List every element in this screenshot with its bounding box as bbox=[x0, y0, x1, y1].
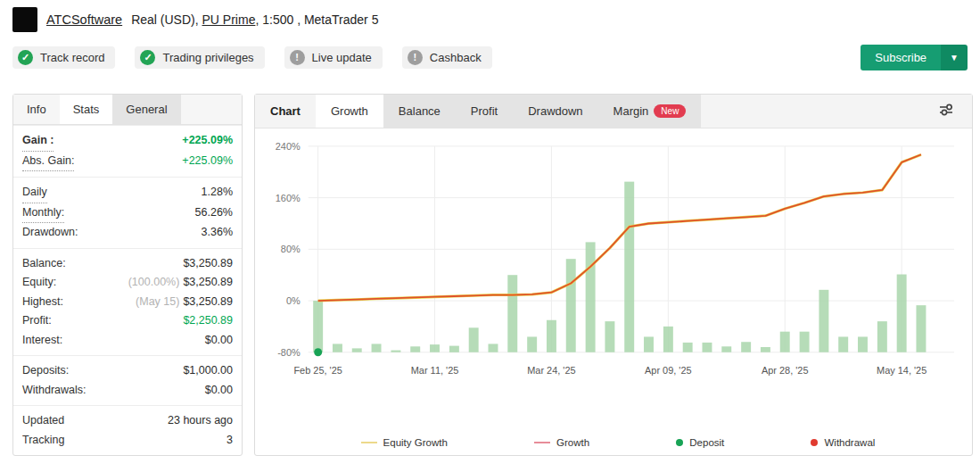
badge-cashback[interactable]: ! Cashback bbox=[402, 46, 492, 69]
tab-margin[interactable]: MarginNew bbox=[598, 95, 702, 128]
updated-value: 23 hours ago bbox=[168, 411, 233, 431]
growth-chart-area[interactable]: 240%160%80%0%-80%Feb 25, '25Mar 11, '25M… bbox=[255, 128, 972, 435]
withdrawals-value: $0.00 bbox=[205, 381, 233, 401]
balance-value: $3,250.89 bbox=[183, 254, 233, 274]
broker-link[interactable]: PU Prime bbox=[202, 12, 256, 27]
badge-label: Track record bbox=[40, 51, 104, 64]
stat-row-balance: Balance: $3,250.89 bbox=[22, 254, 233, 274]
stat-row-highest: Highest: (May 15)$3,250.89 bbox=[22, 293, 233, 312]
account-name-link[interactable]: ATCSoftware bbox=[46, 12, 122, 27]
tab-growth[interactable]: Growth bbox=[316, 95, 383, 128]
stat-row-drawdown: Drawdown: 3.36% bbox=[22, 223, 233, 243]
badge-label: Trading privileges bbox=[162, 51, 253, 64]
chart-tabs: Chart Growth Balance Profit Drawdown Mar… bbox=[255, 95, 972, 128]
deposits-section: Deposits: $1,000.00 Withdrawals: $0.00 bbox=[13, 355, 242, 405]
legend-label: Deposit bbox=[689, 437, 724, 448]
stat-row-withdrawals: Withdrawals: $0.00 bbox=[22, 381, 233, 401]
stat-row-tracking: Tracking 3 bbox=[22, 431, 233, 451]
deposits-value: $1,000.00 bbox=[183, 361, 233, 381]
account-meta: Real (USD), PU Prime, 1:500 , MetaTrader… bbox=[131, 12, 378, 27]
growth-chart: 240%160%80%0%-80%Feb 25, '25Mar 11, '25M… bbox=[257, 134, 967, 393]
tracking-label: Tracking bbox=[22, 431, 64, 451]
account-page: ATCSoftware Real (USD), PU Prime, 1:500 … bbox=[0, 0, 980, 472]
interest-label: Interest: bbox=[22, 331, 62, 351]
header: ATCSoftware Real (USD), PU Prime, 1:500 … bbox=[0, 0, 980, 70]
badge-track-record[interactable]: ✓ Track record bbox=[12, 46, 115, 69]
chart-legend: Equity GrowthGrowthDepositWithdrawal bbox=[255, 435, 972, 455]
svg-text:Mar 24, '25: Mar 24, '25 bbox=[527, 365, 575, 376]
account-leverage-platform: , 1:500 , MetaTrader 5 bbox=[255, 12, 378, 27]
legend-item-withdrawal[interactable]: Withdrawal bbox=[811, 437, 875, 448]
ratio-section: Daily 1.28% Monthly: 56.26% Drawdown: 3.… bbox=[13, 177, 242, 248]
svg-text:160%: 160% bbox=[276, 193, 301, 203]
stat-row-daily: Daily 1.28% bbox=[22, 183, 233, 203]
equity-value: $3,250.89 bbox=[183, 276, 233, 288]
deposits-label: Deposits: bbox=[22, 361, 69, 381]
svg-text:Apr 28, '25: Apr 28, '25 bbox=[762, 365, 809, 376]
svg-text:Mar 11, '25: Mar 11, '25 bbox=[411, 365, 459, 376]
svg-text:80%: 80% bbox=[281, 244, 301, 254]
gain-label[interactable]: Gain : bbox=[22, 131, 54, 152]
svg-text:Feb 25, '25: Feb 25, '25 bbox=[293, 365, 342, 376]
stats-tabs: Info Stats General bbox=[13, 95, 242, 125]
drawdown-value: 3.36% bbox=[202, 223, 233, 243]
stat-row-equity: Equity: (100.00%)$3,250.89 bbox=[22, 273, 233, 293]
tab-stats[interactable]: Stats bbox=[60, 95, 113, 124]
stats-panel: Info Stats General Gain : +225.09% Abs. … bbox=[12, 94, 243, 456]
equity-percent: (100.00%) bbox=[128, 276, 180, 288]
daily-value: 1.28% bbox=[202, 183, 233, 203]
legend-dot-swatch bbox=[676, 439, 683, 446]
abs-gain-label[interactable]: Abs. Gain: bbox=[22, 152, 74, 172]
stat-row-interest: Interest: $0.00 bbox=[22, 331, 233, 351]
verification-badges: ✓ Track record ✓ Trading privileges ! Li… bbox=[12, 46, 492, 69]
stat-row-profit: Profit: $2,250.89 bbox=[22, 311, 233, 331]
tab-info[interactable]: Info bbox=[13, 95, 60, 124]
badge-trading-privileges[interactable]: ✓ Trading privileges bbox=[135, 46, 264, 69]
monthly-label[interactable]: Monthly: bbox=[22, 203, 64, 224]
withdrawals-label: Withdrawals: bbox=[22, 381, 86, 401]
stat-row-deposits: Deposits: $1,000.00 bbox=[22, 361, 233, 381]
legend-item-deposit[interactable]: Deposit bbox=[676, 437, 724, 448]
check-icon: ✓ bbox=[18, 50, 33, 65]
legend-item-equity-growth[interactable]: Equity Growth bbox=[361, 437, 448, 448]
svg-text:Apr 09, '25: Apr 09, '25 bbox=[645, 365, 692, 376]
monthly-value: 56.26% bbox=[195, 203, 233, 223]
stat-row-abs-gain: Abs. Gain: +225.09% bbox=[22, 152, 233, 172]
new-badge: New bbox=[654, 104, 686, 118]
tab-balance[interactable]: Balance bbox=[383, 95, 456, 128]
highest-date: (May 15) bbox=[136, 295, 179, 308]
svg-text:May 14, '25: May 14, '25 bbox=[877, 365, 926, 376]
legend-item-growth[interactable]: Growth bbox=[534, 437, 589, 448]
subscribe-split-button: Subscribe ▼ bbox=[861, 45, 968, 70]
tab-drawdown[interactable]: Drawdown bbox=[513, 95, 597, 128]
legend-label: Growth bbox=[556, 437, 589, 448]
tab-general[interactable]: General bbox=[112, 95, 180, 124]
highest-value: $3,250.89 bbox=[183, 295, 233, 308]
highest-label: Highest: bbox=[22, 293, 63, 312]
interest-value: $0.00 bbox=[205, 331, 233, 351]
tab-profit[interactable]: Profit bbox=[456, 95, 513, 128]
daily-label[interactable]: Daily bbox=[22, 183, 47, 203]
subscribe-dropdown-button[interactable]: ▼ bbox=[941, 45, 968, 70]
stat-row-gain: Gain : +225.09% bbox=[22, 131, 233, 152]
stat-row-monthly: Monthly: 56.26% bbox=[22, 203, 233, 224]
legend-dot-swatch bbox=[811, 439, 818, 446]
chart-panel: Chart Growth Balance Profit Drawdown Mar… bbox=[254, 94, 973, 456]
badge-label: Live update bbox=[312, 51, 372, 64]
stat-row-updated: Updated 23 hours ago bbox=[22, 411, 233, 431]
profit-value: $2,250.89 bbox=[183, 311, 233, 331]
account-type: Real (USD), bbox=[131, 12, 198, 27]
exclamation-icon: ! bbox=[408, 50, 423, 65]
equity-label: Equity: bbox=[22, 273, 56, 293]
badge-live-update[interactable]: ! Live update bbox=[284, 46, 383, 69]
svg-text:0%: 0% bbox=[286, 295, 301, 306]
main-content: Info Stats General Gain : +225.09% Abs. … bbox=[12, 94, 973, 456]
legend-label: Equity Growth bbox=[383, 437, 448, 448]
abs-gain-value: +225.09% bbox=[182, 152, 233, 171]
balance-label: Balance: bbox=[22, 254, 66, 274]
legend-line-swatch bbox=[534, 442, 550, 443]
chart-settings-icon[interactable] bbox=[933, 96, 959, 127]
legend-label: Withdrawal bbox=[824, 437, 875, 448]
chart-section-label: Chart bbox=[255, 95, 316, 128]
subscribe-button[interactable]: Subscribe bbox=[861, 45, 941, 70]
